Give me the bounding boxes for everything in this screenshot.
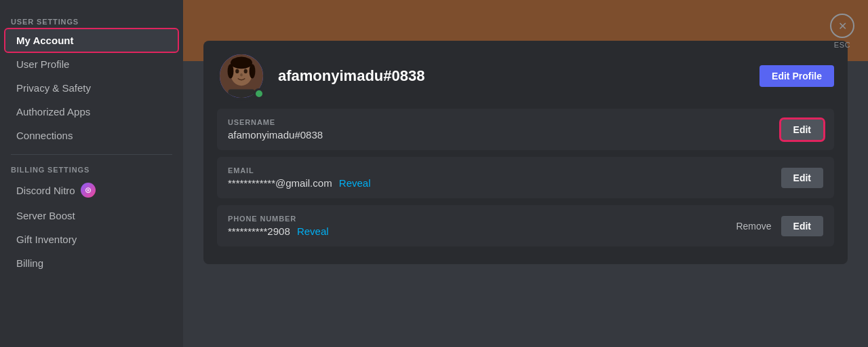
svg-rect-8 xyxy=(228,90,254,101)
user-settings-section-label: USER SETTINGS xyxy=(0,14,183,29)
sidebar-item-label-connections: Connections xyxy=(16,130,73,141)
billing-settings-section-label: BILLING SETTINGS xyxy=(0,162,183,177)
sidebar-item-label-user-profile: User Profile xyxy=(16,58,69,70)
username-field-actions: Edit xyxy=(781,120,823,140)
username-field-value: afamonyimadu#0838 xyxy=(228,129,781,141)
email-field-actions: Edit xyxy=(781,168,823,188)
close-button-area: ✕ ESC xyxy=(830,14,854,49)
sidebar-item-label-privacy-safety: Privacy & Safety xyxy=(16,82,91,94)
phone-field-actions: Remove Edit xyxy=(733,216,823,236)
phone-field-info: PHONE NUMBER **********2908 Reveal xyxy=(228,215,733,237)
profile-username: afamonyimadu#0838 xyxy=(278,67,760,85)
email-field-row: EMAIL ************@gmail.com Reveal Edit xyxy=(217,157,834,198)
fields-section: USERNAME afamonyimadu#0838 Edit EMAIL **… xyxy=(203,109,848,264)
svg-point-5 xyxy=(231,57,252,69)
sidebar-item-label-authorized-apps: Authorized Apps xyxy=(16,106,90,117)
sidebar: USER SETTINGS My Account User Profile Pr… xyxy=(0,0,183,347)
sidebar-item-connections[interactable]: Connections xyxy=(5,124,178,147)
username-field-row: USERNAME afamonyimadu#0838 Edit xyxy=(217,109,834,150)
profile-section: afamonyimadu#0838 Edit Profile USERNAME … xyxy=(203,41,848,264)
email-field-value: ************@gmail.com Reveal xyxy=(228,177,781,189)
email-masked: ************@gmail.com xyxy=(228,177,332,189)
phone-remove-button[interactable]: Remove xyxy=(733,216,774,236)
svg-point-7 xyxy=(250,64,256,78)
edit-profile-button[interactable]: Edit Profile xyxy=(760,65,834,87)
email-field-info: EMAIL ************@gmail.com Reveal xyxy=(228,166,781,189)
sidebar-item-label-my-account: My Account xyxy=(16,35,73,46)
sidebar-item-gift-inventory[interactable]: Gift Inventory xyxy=(5,228,178,251)
nitro-badge-icon: ⊛ xyxy=(81,183,96,198)
phone-edit-button[interactable]: Edit xyxy=(781,216,823,236)
sidebar-item-label-gift-inventory: Gift Inventory xyxy=(16,234,77,245)
close-button[interactable]: ✕ xyxy=(830,14,854,38)
username-edit-button[interactable]: Edit xyxy=(781,120,823,140)
sidebar-item-discord-nitro[interactable]: Discord Nitro ⊛ xyxy=(5,177,178,203)
email-edit-button[interactable]: Edit xyxy=(781,168,823,188)
sidebar-item-server-boost[interactable]: Server Boost xyxy=(5,204,178,227)
sidebar-item-privacy-safety[interactable]: Privacy & Safety xyxy=(5,77,178,99)
phone-field-label: PHONE NUMBER xyxy=(228,215,733,223)
svg-point-6 xyxy=(228,64,234,78)
profile-header: afamonyimadu#0838 Edit Profile xyxy=(203,41,848,109)
sidebar-divider xyxy=(11,154,172,155)
main-content: afamonyimadu#0838 Edit Profile USERNAME … xyxy=(183,0,868,347)
email-field-label: EMAIL xyxy=(228,166,781,175)
phone-field-value: **********2908 Reveal xyxy=(228,225,733,237)
nitro-icon: ⊛ xyxy=(81,183,96,198)
username-field-info: USERNAME afamonyimadu#0838 xyxy=(228,118,781,141)
username-field-label: USERNAME xyxy=(228,118,781,126)
sidebar-item-billing[interactable]: Billing xyxy=(5,252,178,274)
sidebar-item-my-account[interactable]: My Account xyxy=(5,29,178,52)
avatar-wrapper xyxy=(217,52,266,101)
sidebar-item-user-profile[interactable]: User Profile xyxy=(5,53,178,75)
esc-label: ESC xyxy=(834,41,850,49)
sidebar-item-label-discord-nitro: Discord Nitro xyxy=(16,185,75,196)
svg-point-4 xyxy=(240,73,243,76)
phone-masked: **********2908 xyxy=(228,225,290,237)
svg-point-2 xyxy=(235,69,239,73)
sidebar-item-label-server-boost: Server Boost xyxy=(16,210,75,221)
sidebar-item-label-billing: Billing xyxy=(16,257,43,269)
phone-reveal-link[interactable]: Reveal xyxy=(297,225,329,237)
phone-field-row: PHONE NUMBER **********2908 Reveal Remov… xyxy=(217,205,834,246)
email-reveal-link[interactable]: Reveal xyxy=(339,177,371,189)
svg-point-3 xyxy=(244,69,248,73)
online-status-dot xyxy=(254,88,264,99)
sidebar-item-authorized-apps[interactable]: Authorized Apps xyxy=(5,101,178,123)
